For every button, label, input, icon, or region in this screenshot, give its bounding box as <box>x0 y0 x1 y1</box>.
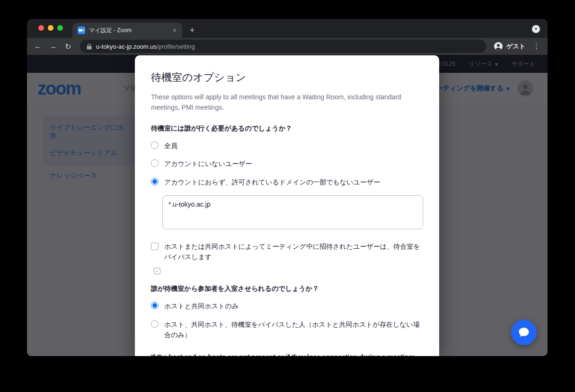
chevron-down-circle-icon[interactable]: ▾ <box>532 25 540 33</box>
window-close-button[interactable] <box>38 25 44 31</box>
url-text: u-tokyo-ac-jp.zoom.us/profile/setting <box>96 43 195 50</box>
radio-option-host-and-cohosts-only[interactable]: ホストと共同ホストのみ <box>151 301 423 312</box>
inline-checkbox-icon[interactable]: ✓ <box>154 268 160 274</box>
browser-window: マイ設定 - Zoom × + ▾ ← → ↻ u-tokyo-ac-jp.zo… <box>27 19 548 356</box>
page-viewport: 88.799.0125 リソース ▾ サポート zoom ソリューシ ミーティン… <box>27 55 548 356</box>
chat-launcher-button[interactable] <box>511 320 537 345</box>
radio-option-users-not-in-account[interactable]: アカウントにいないユーザー <box>151 159 423 169</box>
question-host-not-present: If the host and co-hosts are not present… <box>151 353 423 356</box>
question-who-can-admit: 誰が待機室から参加者を入室させられるのでしょうか？ <box>151 285 423 293</box>
address-bar[interactable]: u-tokyo-ac-jp.zoom.us/profile/setting <box>80 40 486 53</box>
browser-toolbar: ← → ↻ u-tokyo-ac-jp.zoom.us/profile/sett… <box>27 38 548 55</box>
browser-profile-chip[interactable]: ゲスト <box>491 42 528 51</box>
url-path: /profile/setting <box>157 43 195 50</box>
lock-icon[interactable] <box>87 44 92 50</box>
url-domain: u-tokyo-ac-jp.zoom.us <box>96 43 157 50</box>
question-who-goes-to-waiting-room: 待機室には誰が行く必要があるのでしょうか？ <box>151 124 423 133</box>
account-circle-icon <box>494 42 503 51</box>
radio-option-everyone[interactable]: 全員 <box>151 141 423 151</box>
radio-label: アカウントにいないユーザー <box>164 159 252 169</box>
zoom-favicon-icon <box>78 26 85 34</box>
radio-icon[interactable] <box>151 159 159 167</box>
checkbox-option-bypass-waiting-room[interactable]: ホストまたは共同ホストによってミーティング中に招待されたユーザーは、待合室をバイ… <box>151 242 423 262</box>
chat-bubble-icon <box>518 327 530 338</box>
dialog-title: 待機室のオプション <box>151 70 423 85</box>
screen: { "colors": { "accent": "#0E72ED", "link… <box>0 0 575 392</box>
window-controls <box>38 25 63 31</box>
waiting-room-options-dialog: 待機室のオプション These options will apply to al… <box>135 55 439 356</box>
browser-titlebar: マイ設定 - Zoom × + ▾ <box>27 19 548 38</box>
allowed-domains-input[interactable]: *.u-tokyo.ac.jp <box>162 195 423 229</box>
radio-label: ホスト、共同ホスト、待機室をバイパスした人（ホストと共同ホストが存在しない場合の… <box>164 320 423 340</box>
tab-title: マイ設定 - Zoom <box>89 26 167 35</box>
radio-label: アカウントにおらず、許可されているドメインの一部でもないユーザー <box>164 177 380 188</box>
radio-icon[interactable] <box>151 320 159 328</box>
new-tab-button[interactable]: + <box>186 24 198 36</box>
back-icon[interactable]: ← <box>31 39 45 53</box>
browser-menu-icon[interactable]: ⋮ <box>529 42 544 51</box>
window-minimize-button[interactable] <box>48 25 53 31</box>
tab-close-icon[interactable]: × <box>171 26 178 34</box>
guest-label: ゲスト <box>506 42 525 51</box>
radio-icon[interactable] <box>151 302 159 309</box>
checkbox-label: ホストまたは共同ホストによってミーティング中に招待されたユーザーは、待合室をバイ… <box>164 242 423 262</box>
forward-icon[interactable]: → <box>46 39 60 53</box>
browser-tab[interactable]: マイ設定 - Zoom × <box>72 23 182 38</box>
radio-option-host-cohosts-and-bypassers[interactable]: ホスト、共同ホスト、待機室をバイパスした人（ホストと共同ホストが存在しない場合の… <box>151 320 423 340</box>
dialog-description: These options will apply to all meetings… <box>151 92 409 113</box>
radio-icon[interactable] <box>151 178 159 185</box>
radio-icon[interactable] <box>151 141 159 149</box>
radio-label: 全員 <box>164 141 177 151</box>
radio-label: ホストと共同ホストのみ <box>164 301 239 312</box>
checkbox-icon[interactable] <box>151 243 159 250</box>
window-zoom-button[interactable] <box>57 25 63 31</box>
reload-icon[interactable]: ↻ <box>61 39 75 53</box>
radio-option-users-not-in-allowed-domains[interactable]: アカウントにおらず、許可されているドメインの一部でもないユーザー <box>151 177 423 188</box>
